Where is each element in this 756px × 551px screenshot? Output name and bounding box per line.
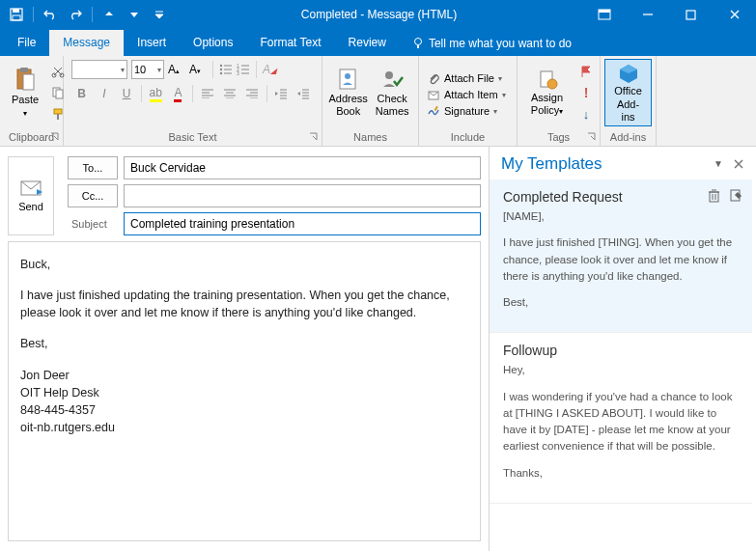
to-field[interactable] bbox=[124, 156, 481, 179]
lightbulb-icon bbox=[411, 37, 425, 50]
signature-button[interactable]: Signature▾ bbox=[423, 103, 510, 119]
tell-me-search[interactable]: Tell me what you want to do bbox=[400, 31, 583, 56]
svg-point-20 bbox=[220, 69, 222, 70]
save-button[interactable] bbox=[6, 4, 27, 25]
ribbon: Paste▾ Clipboard ▾ 10▾ A▴ A bbox=[0, 56, 756, 147]
dialog-launcher-icon[interactable] bbox=[308, 131, 320, 143]
tab-message[interactable]: Message bbox=[49, 30, 124, 56]
clipboard-icon bbox=[14, 67, 36, 92]
compose-area: Send To... Cc... Subject Buck, I have ju bbox=[0, 147, 489, 551]
font-name-combo[interactable]: ▾ bbox=[71, 60, 127, 79]
svg-rect-10 bbox=[20, 68, 28, 72]
next-item-button[interactable] bbox=[124, 4, 145, 25]
attach-file-button[interactable]: Attach File▾ bbox=[423, 70, 510, 86]
dialog-launcher-icon[interactable] bbox=[586, 131, 598, 143]
subject-label: Subject bbox=[68, 218, 118, 230]
bullets-button[interactable] bbox=[219, 64, 233, 75]
svg-point-52 bbox=[385, 71, 393, 79]
shrink-font-button[interactable]: A▾ bbox=[189, 63, 207, 76]
edit-icon bbox=[730, 189, 742, 202]
attach-item-button[interactable]: Attach Item▾ bbox=[423, 87, 510, 102]
cc-button[interactable]: Cc... bbox=[68, 184, 118, 207]
tab-file[interactable]: File bbox=[4, 30, 49, 56]
highlight-button[interactable]: ab bbox=[146, 83, 166, 104]
svg-rect-4 bbox=[599, 10, 610, 13]
italic-button[interactable]: I bbox=[94, 83, 114, 104]
grow-font-button[interactable]: A▴ bbox=[168, 63, 185, 76]
align-center-button[interactable] bbox=[219, 83, 239, 104]
tags-group-label: Tags bbox=[518, 129, 600, 146]
check-names-button[interactable]: Check Names bbox=[370, 59, 414, 126]
signature-icon bbox=[427, 104, 440, 118]
delete-template-button[interactable] bbox=[708, 189, 720, 203]
window-title: Completed - Message (HTML) bbox=[176, 8, 582, 21]
addins-icon bbox=[616, 62, 641, 83]
basic-text-group-label: Basic Text bbox=[64, 129, 322, 146]
previous-item-button[interactable] bbox=[98, 4, 120, 25]
svg-rect-16 bbox=[54, 109, 62, 114]
flag-icon bbox=[579, 65, 593, 78]
close-button[interactable] bbox=[713, 0, 756, 29]
redo-button[interactable] bbox=[65, 4, 86, 25]
minimize-button[interactable] bbox=[626, 0, 669, 29]
template-item[interactable]: Completed Request [NAME], I have just fi… bbox=[490, 179, 752, 333]
numbering-button[interactable]: 123 bbox=[237, 64, 250, 75]
svg-rect-17 bbox=[57, 114, 59, 120]
underline-button[interactable]: U bbox=[116, 83, 136, 104]
bullets-icon bbox=[219, 64, 233, 75]
trash-icon bbox=[708, 189, 720, 203]
qat-customize-button[interactable] bbox=[149, 4, 170, 25]
svg-point-51 bbox=[345, 73, 350, 79]
maximize-button[interactable] bbox=[669, 0, 713, 29]
pane-menu-button[interactable]: ▼ bbox=[714, 158, 723, 170]
ribbon-display-button[interactable] bbox=[582, 0, 626, 29]
clipboard-group-label: Clipboard bbox=[0, 129, 63, 146]
address-book-icon bbox=[337, 68, 360, 91]
bold-button[interactable]: B bbox=[71, 83, 92, 104]
scissors-icon bbox=[51, 65, 65, 78]
numbering-icon: 123 bbox=[237, 64, 250, 75]
paste-button[interactable]: Paste▾ bbox=[4, 59, 46, 126]
font-color-button[interactable]: A bbox=[168, 83, 188, 104]
align-right-button[interactable] bbox=[241, 83, 262, 104]
tab-format-text[interactable]: Format Text bbox=[246, 30, 334, 56]
dialog-launcher-icon[interactable] bbox=[49, 131, 61, 143]
high-importance-button[interactable]: ! bbox=[576, 83, 596, 102]
my-templates-pane: My Templates ▼ ▲ Completed Req bbox=[489, 147, 756, 551]
increase-indent-button[interactable] bbox=[294, 83, 314, 104]
office-addins-button[interactable]: Office Add-ins bbox=[604, 59, 652, 126]
follow-up-button[interactable] bbox=[576, 62, 596, 81]
svg-point-7 bbox=[414, 39, 421, 45]
svg-rect-11 bbox=[23, 74, 34, 90]
low-importance-button[interactable]: ↓ bbox=[576, 104, 596, 124]
svg-rect-1 bbox=[13, 9, 19, 13]
send-button[interactable]: Send bbox=[8, 156, 54, 235]
send-icon bbox=[19, 179, 42, 197]
tab-insert[interactable]: Insert bbox=[124, 30, 180, 56]
close-icon bbox=[733, 158, 744, 170]
edit-template-button[interactable] bbox=[730, 189, 742, 203]
undo-button[interactable] bbox=[40, 4, 61, 25]
cc-field[interactable] bbox=[124, 184, 481, 207]
check-names-icon bbox=[380, 68, 404, 91]
align-left-button[interactable] bbox=[197, 83, 217, 104]
clear-formatting-button[interactable]: A◢ bbox=[263, 63, 276, 76]
pane-title: My Templates bbox=[501, 154, 602, 174]
decrease-indent-button[interactable] bbox=[271, 83, 292, 104]
tab-options[interactable]: Options bbox=[180, 30, 246, 56]
names-group-label: Names bbox=[322, 129, 418, 146]
message-body[interactable]: Buck, I have just finished updating the … bbox=[8, 241, 481, 541]
pane-close-button[interactable] bbox=[733, 158, 744, 170]
svg-text:3: 3 bbox=[237, 70, 239, 75]
body-paragraph: I have just finished updating the traini… bbox=[20, 287, 468, 321]
font-size-combo[interactable]: 10▾ bbox=[131, 60, 164, 79]
assign-policy-button[interactable]: Assign Policy▾ bbox=[521, 59, 573, 126]
template-title: Completed Request bbox=[503, 189, 739, 205]
to-button[interactable]: To... bbox=[68, 156, 118, 179]
template-item[interactable]: Followup Hey, I was wondering if you've … bbox=[490, 333, 752, 504]
address-book-button[interactable]: Address Book bbox=[326, 59, 370, 126]
tab-review[interactable]: Review bbox=[335, 30, 400, 56]
subject-field[interactable] bbox=[124, 212, 481, 235]
policy-icon bbox=[537, 69, 558, 90]
svg-rect-6 bbox=[686, 11, 695, 19]
